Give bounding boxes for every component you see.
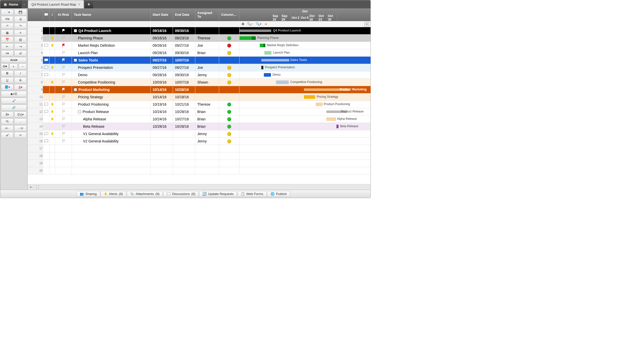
gantt-cell[interactable] [239,152,371,159]
assigned-cell[interactable] [195,152,219,159]
assigned-cell[interactable]: Jenny [195,130,219,137]
print-button[interactable]: 🖨 [14,16,27,22]
comment-icon[interactable] [44,58,48,62]
indent-button[interactable]: ⇥ [14,43,27,50]
table-row[interactable]: 9- Product Marketing10/14/1610/28/16Prod… [28,86,371,93]
assigned-cell[interactable] [195,145,219,152]
gantt-cell[interactable]: Competitive Positioning [239,79,371,86]
flag-icon[interactable] [62,110,65,114]
task-cell[interactable]: - Product Release [72,108,151,115]
task-cell[interactable]: Pricing Strategy [72,93,151,101]
gantt-today-icon[interactable]: ⇥ [264,22,267,26]
comment-icon[interactable] [44,103,48,106]
assigned-cell[interactable]: Brian [195,49,219,56]
table-row[interactable]: 10Pricing Strategy10/14/1610/18/16Pricin… [28,93,371,101]
risk-cell[interactable] [55,71,72,78]
assigned-cell[interactable]: Jenny [195,138,219,145]
gantt-cell[interactable]: Pricing Strategy [239,93,371,101]
percent-button[interactable]: % [1,118,13,124]
gantt-cell[interactable]: Market Reqts Definition [239,42,371,49]
assigned-cell[interactable]: Joe [195,42,219,49]
risk-cell[interactable] [55,116,72,123]
gantt-summary-bar[interactable] [261,59,289,61]
gantt-week-header[interactable]: Oct 23 [319,14,328,21]
end-cell[interactable] [173,138,195,145]
start-cell[interactable]: 10/24/16 [151,116,173,123]
table-row[interactable]: 5- Sales Tools09/27/1610/07/16Sales Tool… [28,57,371,64]
task-cell[interactable]: Competitive Positioning [72,79,151,86]
end-cell[interactable]: 10/28/16 [173,108,195,115]
gantt-cell[interactable]: Beta Release [239,123,371,130]
decimal-inc-button[interactable]: .00→ [1,125,13,131]
home-tab[interactable]: 🏠 Home [0,0,21,8]
start-cell[interactable] [151,160,173,167]
status-cell[interactable] [219,108,239,115]
calendar-view-button[interactable]: 📅 [1,37,13,43]
end-cell[interactable]: 10/27/16 [173,116,195,123]
underline-button[interactable]: U [1,77,13,83]
start-cell[interactable] [151,130,173,137]
risk-cell[interactable] [55,35,72,42]
gantt-bar[interactable] [304,95,315,99]
risk-cell[interactable] [55,42,72,49]
risk-cell[interactable] [55,57,72,64]
status-cell[interactable] [219,101,239,108]
table-row[interactable]: 7Demo09/28/1609/30/16JennyDemo [28,71,371,79]
flag-icon[interactable] [62,80,65,84]
gantt-bar[interactable] [260,44,265,47]
risk-cell[interactable] [55,130,72,137]
strike-button[interactable]: S [14,77,27,83]
italic-button[interactable]: I [14,70,27,76]
task-cell[interactable]: Planning Phase [72,35,151,42]
extra-header[interactable]: Column… [219,8,239,21]
gantt-week-header[interactable]: Oct 9 [300,14,309,21]
fullscreen-icon[interactable]: ⛶ [35,185,39,189]
table-row[interactable]: 4Launch Plan09/28/1609/30/16BrianLaunch … [28,49,371,57]
align-button[interactable]: ≡▾ [1,50,13,56]
flag-icon[interactable] [62,117,65,121]
assigned-cell[interactable]: Joe [195,64,219,71]
bold-button[interactable]: B [1,70,13,76]
gantt-settings-icon[interactable]: ⚙ [241,22,245,26]
close-icon[interactable]: × [78,2,80,6]
font-shrink-button[interactable]: − [19,63,27,70]
gantt-cell[interactable]: Sales Tools [239,57,371,64]
table-row[interactable]: 18 [28,152,371,160]
gantt-cell[interactable]: Alpha Release [239,116,371,123]
add-tab-button[interactable]: + [85,0,93,8]
gantt-cell[interactable] [239,145,371,152]
zoom-out-icon[interactable]: 🔍− [247,22,253,26]
task-cell[interactable]: V1 General Availability [72,130,151,137]
highlight-button[interactable]: 🖍 [1,98,27,104]
task-cell[interactable]: - Product Marketing [72,86,151,93]
flag-icon[interactable] [62,29,65,33]
assigned-cell[interactable] [195,93,219,101]
table-row[interactable]: 19 [28,160,371,167]
start-cell[interactable]: 09/27/16 [151,64,173,71]
status-cell[interactable] [219,123,239,130]
start-cell[interactable]: 09/28/16 [151,49,173,56]
assigned-cell[interactable] [195,167,219,174]
start-cell[interactable]: 09/16/16 [151,27,173,34]
table-row[interactable]: 17 [28,145,371,152]
task-cell[interactable] [72,145,151,152]
task-header[interactable]: Task Name [72,8,151,21]
zoom-in-icon[interactable]: 🔍+ [256,22,262,26]
risk-cell[interactable] [55,152,72,159]
mail-button[interactable]: ✉▾ [1,16,13,22]
table-row[interactable]: 13Alpha Release10/24/1610/27/16BrianAlph… [28,116,371,123]
task-cell[interactable]: - Sales Tools [72,57,151,64]
gantt-week-header[interactable]: Sep 25 [282,14,291,21]
risk-cell[interactable] [55,101,72,108]
end-cell[interactable] [173,130,195,137]
start-cell[interactable]: 10/03/16 [151,79,173,86]
link-button[interactable]: 🔗 [1,105,27,111]
risk-cell[interactable] [55,79,72,86]
status-cell[interactable] [219,93,239,101]
start-cell[interactable] [151,145,173,152]
assigned-cell[interactable]: Jenny [195,71,219,78]
tab-dropdown-icon[interactable]: ▼ [21,3,27,6]
assigned-cell[interactable]: Brian [195,116,219,123]
status-cell[interactable] [219,71,239,78]
status-cell[interactable] [219,57,239,64]
